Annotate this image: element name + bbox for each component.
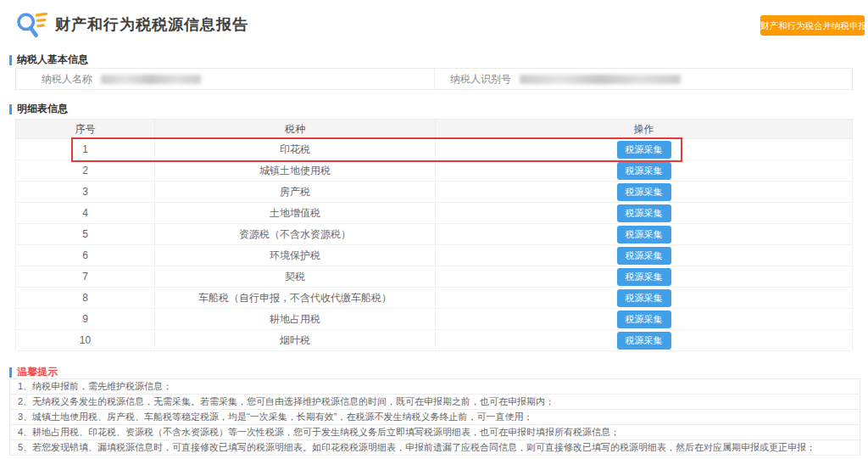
tax-table: 序号 税种 操作 1印花税税源采集2城镇土地使用税税源采集3房产税税源采集4土地…	[15, 119, 853, 351]
row-tax-type: 烟叶税	[155, 330, 436, 351]
row-tax-type: 资源税（不含水资源税）	[155, 224, 436, 245]
row-index: 10	[16, 330, 155, 351]
table-row: 7契税税源采集	[16, 266, 853, 288]
collect-tax-source-button[interactable]: 税源采集	[617, 141, 671, 159]
collect-tax-source-button[interactable]: 税源采集	[617, 289, 671, 307]
table-row: 5资源税（不含水资源税）税源采集	[16, 224, 853, 245]
table-row: 4土地增值税税源采集	[16, 203, 853, 224]
section-bar-icon	[9, 55, 12, 65]
row-action-cell: 税源采集	[436, 330, 853, 351]
table-row: 2城镇土地使用税税源采集	[16, 160, 853, 182]
row-index: 4	[16, 203, 155, 224]
magnifier-with-list-icon	[15, 10, 47, 39]
tax-table-body: 1印花税税源采集2城镇土地使用税税源采集3房产税税源采集4土地增值税税源采集5资…	[16, 139, 853, 351]
section-title-text: 纳税人基本信息	[17, 53, 88, 67]
table-header-row: 序号 税种 操作	[16, 120, 853, 139]
collect-tax-source-button[interactable]: 税源采集	[617, 268, 671, 286]
row-tax-type: 车船税（自行申报，不含代收代缴车船税）	[155, 288, 436, 309]
collect-tax-source-button[interactable]: 税源采集	[617, 226, 671, 243]
section-title-detail: 明细表信息	[9, 102, 68, 116]
row-action-cell: 税源采集	[436, 266, 853, 288]
tips-list: 1、纳税申报前，需先维护税源信息；2、无纳税义务发生的税源信息，无需采集。若需采…	[9, 379, 860, 456]
section-title-tips: 温馨提示	[9, 365, 58, 379]
section-title-text: 明细表信息	[17, 102, 68, 116]
col-header-action: 操作	[436, 120, 853, 139]
row-tax-type: 契税	[155, 266, 436, 288]
row-action-cell: 税源采集	[436, 288, 853, 309]
taxpayer-id-cell: 纳税人识别号	[434, 69, 852, 89]
row-index: 5	[16, 224, 155, 245]
tip-item: 5、若您发现错填、漏填税源信息时，可直接修改已填写的税源明细表。如印花税税源明细…	[9, 439, 860, 456]
tip-item: 3、城镇土地使用税、房产税、车船税等稳定税源，均是“一次采集，长期有效”，在税源…	[9, 409, 860, 425]
collect-tax-source-button[interactable]: 税源采集	[617, 204, 671, 222]
page: 财产和行为税税源信息报告 财产和行为税合并纳税申报 纳税人基本信息 纳税人名称 …	[0, 0, 868, 459]
table-row: 1印花税税源采集	[16, 139, 853, 160]
table-row: 6环境保护税税源采集	[16, 245, 853, 266]
row-index: 6	[16, 245, 155, 266]
row-index: 9	[16, 309, 155, 330]
collect-tax-source-button[interactable]: 税源采集	[617, 183, 671, 201]
header: 财产和行为税税源信息报告	[15, 10, 248, 39]
row-action-cell: 税源采集	[436, 139, 853, 160]
page-title: 财产和行为税税源信息报告	[55, 14, 248, 35]
row-tax-type: 印花税	[155, 139, 436, 160]
tip-item: 1、纳税申报前，需先维护税源信息；	[9, 378, 860, 395]
row-action-cell: 税源采集	[436, 245, 853, 266]
row-index: 2	[16, 160, 155, 182]
row-tax-type: 耕地占用税	[155, 309, 436, 330]
collect-tax-source-button[interactable]: 税源采集	[617, 311, 671, 328]
taxpayer-name-cell: 纳税人名称	[16, 69, 434, 89]
combined-declaration-button[interactable]: 财产和行为税合并纳税申报	[760, 15, 865, 36]
tip-item: 2、无纳税义务发生的税源信息，无需采集。若需采集，您可自由选择维护税源信息的时间…	[9, 394, 860, 410]
table-row: 10烟叶税税源采集	[16, 330, 853, 351]
section-title-basic-info: 纳税人基本信息	[9, 53, 88, 67]
row-action-cell: 税源采集	[436, 203, 853, 224]
section-title-text: 温馨提示	[17, 365, 58, 379]
row-index: 1	[16, 139, 155, 160]
table-row: 8车船税（自行申报，不含代收代缴车船税）税源采集	[16, 288, 853, 309]
section-bar-icon	[9, 367, 12, 378]
row-action-cell: 税源采集	[436, 160, 853, 182]
taxpayer-id-redacted-value	[520, 75, 681, 84]
col-header-index: 序号	[16, 120, 155, 139]
col-header-tax-type: 税种	[155, 120, 436, 139]
row-index: 7	[16, 266, 155, 288]
taxpayer-info-row: 纳税人名称 纳税人识别号	[15, 68, 853, 90]
row-action-cell: 税源采集	[436, 182, 853, 203]
row-tax-type: 土地增值税	[155, 203, 436, 224]
row-action-cell: 税源采集	[436, 224, 853, 245]
collect-tax-source-button[interactable]: 税源采集	[617, 332, 671, 350]
tip-item: 4、耕地占用税、印花税、资源税（不含水资源税）等一次性税源，您可于发生纳税义务后…	[9, 424, 860, 440]
row-index: 3	[16, 182, 155, 203]
taxpayer-name-redacted-value	[101, 75, 201, 84]
row-tax-type: 环境保护税	[155, 245, 436, 266]
collect-tax-source-button[interactable]: 税源采集	[617, 247, 671, 265]
taxpayer-id-label: 纳税人识别号	[435, 72, 520, 87]
row-tax-type: 房产税	[155, 182, 436, 203]
row-action-cell: 税源采集	[436, 309, 853, 330]
section-bar-icon	[9, 104, 12, 115]
row-index: 8	[16, 288, 155, 309]
row-tax-type: 城镇土地使用税	[155, 160, 436, 182]
table-row: 9耕地占用税税源采集	[16, 309, 853, 330]
table-row: 3房产税税源采集	[16, 182, 853, 203]
taxpayer-name-label: 纳税人名称	[16, 72, 101, 87]
collect-tax-source-button[interactable]: 税源采集	[617, 162, 671, 180]
